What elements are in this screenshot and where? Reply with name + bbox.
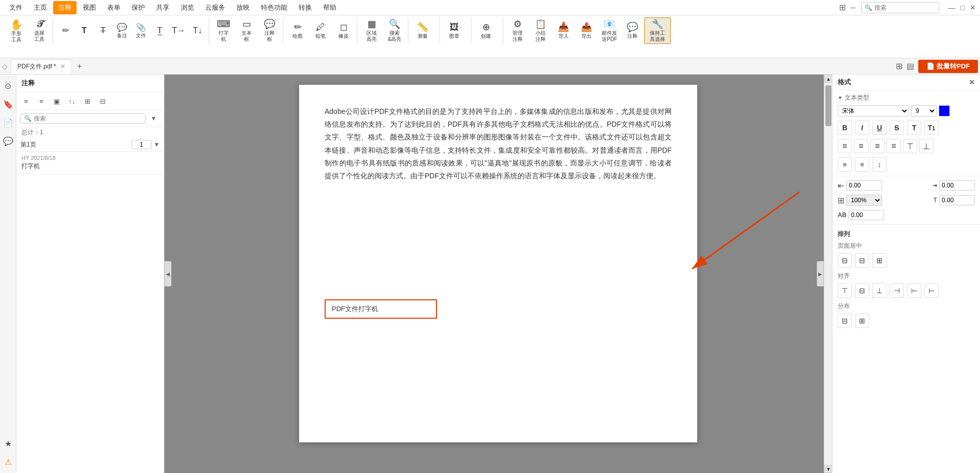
align-top-arrange-btn[interactable]: ⊤ [838, 283, 852, 298]
panel-tool-expand[interactable]: ⊞ [81, 94, 94, 108]
panel-tool-align-left[interactable]: ≡ [19, 94, 33, 108]
hand-tool-btn[interactable]: ✋ 手形工具 [5, 17, 28, 44]
measure-btn[interactable]: 📏 测量 [411, 17, 434, 44]
line-spacing-select[interactable]: 100% [846, 195, 882, 206]
summarize-btn[interactable]: 📋 小结注释 [529, 17, 552, 44]
sidebar-icon-settings[interactable]: ⊙ [1, 79, 15, 93]
panel-tool-box[interactable]: ▣ [50, 94, 63, 108]
menu-home[interactable]: 主页 [29, 1, 52, 14]
panel-tool-grid[interactable]: ⊟ [96, 94, 109, 108]
panel-tool-sort[interactable]: ↑↓ [65, 94, 79, 108]
align-right-arrange-btn[interactable]: ⊢ [924, 283, 939, 298]
menu-present[interactable]: 放映 [231, 1, 255, 14]
font-color-picker[interactable] [939, 105, 950, 116]
create-btn[interactable]: ⊕ 创建 [475, 17, 497, 44]
left-collapse-btn[interactable]: ◀ [164, 261, 172, 287]
view-grid-icon[interactable]: ⊞ [896, 61, 902, 71]
freehand-btn[interactable]: 🖊 铅笔 [309, 17, 332, 44]
textbox-btn[interactable]: ▭ 文本框 [235, 17, 258, 44]
select-tool-btn[interactable]: 𝒯 选择工具 [28, 17, 51, 44]
menu-help[interactable]: 帮助 [318, 1, 341, 14]
strikethrough-tool-btn[interactable]: T [94, 17, 112, 44]
annotation-box[interactable]: PDF文件打字机 [325, 299, 437, 319]
callout-btn[interactable]: 💬 注释框 [258, 17, 281, 44]
text-normal-btn[interactable]: T [907, 121, 921, 135]
font-family-select[interactable]: 宋体 [838, 105, 909, 116]
align-right-btn[interactable]: ≡ [870, 139, 885, 153]
align-middle-arrange-btn[interactable]: ⊟ [855, 283, 869, 298]
align-left-btn[interactable]: ≡ [838, 139, 852, 153]
sidebar-icon-page[interactable]: 📄 [1, 115, 15, 130]
menu-share[interactable]: 共享 [151, 1, 175, 14]
align-justify-btn[interactable]: ≡ [887, 139, 901, 153]
strikethrough-btn[interactable]: S [890, 121, 904, 135]
window-minimize[interactable]: — [948, 4, 955, 12]
stamp-btn[interactable]: 🖼 图章 [443, 17, 465, 44]
text-right-btn[interactable]: T→ [169, 17, 188, 44]
pdf-tab[interactable]: PDF文件.pdf * ✕ [11, 59, 72, 74]
align-center-arrange-btn[interactable]: ⊢ [907, 283, 921, 298]
menu-browse[interactable]: 浏览 [176, 1, 199, 14]
draw-btn[interactable]: ✏ 绘图 [286, 17, 309, 44]
right-collapse-btn[interactable]: ▶ [817, 261, 824, 287]
underline-btn[interactable]: U [872, 121, 887, 135]
typewriter-btn[interactable]: ⌨ 打字机 [212, 17, 235, 44]
pencil-tool-btn[interactable]: ✏ [56, 17, 75, 44]
line-spacing-btn[interactable]: ↕ [872, 157, 887, 172]
tab-close-btn[interactable]: ✕ [60, 63, 65, 70]
top-search-input[interactable] [874, 4, 936, 11]
comment-manage-btn[interactable]: 💬 注释 [621, 17, 644, 44]
tab-add-btn[interactable]: + [73, 60, 86, 73]
scroll-up-btn[interactable]: ▲ [824, 75, 832, 83]
sidebar-icon-comment[interactable]: 💬 [1, 134, 15, 148]
area-highlight-btn[interactable]: ▦ 区域高亮 [360, 17, 383, 44]
align-top-btn[interactable]: ⊤ [903, 139, 917, 153]
text-tool-btn[interactable]: T [75, 17, 93, 44]
scroll-thumb[interactable] [825, 85, 831, 126]
search-highlight-btn[interactable]: 🔍 搜索&高亮 [383, 17, 406, 44]
char-spacing-input[interactable] [939, 195, 975, 205]
page-number-input[interactable] [131, 140, 152, 149]
sidebar-icon-bookmark[interactable]: 🔖 [1, 97, 15, 111]
center-both-btn[interactable]: ⊞ [872, 253, 887, 268]
list-unordered-btn[interactable]: ≡ [838, 157, 852, 172]
distribute-vertical-btn[interactable]: ⊞ [855, 314, 869, 328]
menu-form[interactable]: 表单 [102, 1, 126, 14]
sidebar-icon-warning[interactable]: ⚠ [1, 455, 15, 469]
annotation-item[interactable]: HY 2021/8/18 打字机 [16, 152, 164, 174]
filter-btn[interactable]: ▼ [148, 112, 160, 125]
file-attach-tool-btn[interactable]: 📎 文件 [132, 17, 150, 44]
layout-icon[interactable]: ⊞ [839, 3, 846, 12]
panel-tool-align-center[interactable]: ≡ [35, 94, 48, 108]
format-panel-close-btn[interactable]: ✕ [969, 78, 975, 86]
annotation-search-input[interactable] [34, 115, 142, 122]
menu-view[interactable]: 视图 [78, 1, 101, 14]
menu-convert[interactable]: 转换 [293, 1, 317, 14]
menu-cloud[interactable]: 云服务 [200, 1, 230, 14]
email-pdf-btn[interactable]: 📧 邮件发送PDF [598, 17, 621, 44]
batch-convert-btn[interactable]: 📄 批量转PDF [918, 60, 978, 73]
minimize-icon[interactable]: ─ [851, 4, 856, 12]
indent-right-input[interactable] [939, 180, 975, 191]
scroll-down-btn[interactable]: ▼ [824, 465, 832, 473]
page-expand-btn[interactable]: ▼ [154, 141, 160, 148]
window-maximize[interactable]: □ [961, 4, 965, 12]
align-bottom-btn[interactable]: ⊥ [919, 139, 934, 153]
menu-file[interactable]: 文件 [4, 1, 28, 14]
keep-tool-btn[interactable]: 🔧 保持工具选择 [644, 17, 671, 44]
export-btn[interactable]: 📤 导出 [575, 17, 598, 44]
indent-left-input[interactable] [846, 180, 882, 191]
sidebar-icon-star[interactable]: ★ [1, 436, 15, 451]
import-btn[interactable]: 📥 导入 [552, 17, 575, 44]
eraser-btn[interactable]: ◻ 橡皮 [332, 17, 355, 44]
bold-btn[interactable]: B [838, 121, 852, 135]
list-ordered-btn[interactable]: ≡ [855, 157, 869, 172]
align-left-arrange-btn[interactable]: ⊣ [890, 283, 904, 298]
align-center-btn[interactable]: ≡ [854, 139, 868, 153]
comment-tool-btn[interactable]: 💬 备注 [113, 17, 131, 44]
italic-btn[interactable]: I [855, 121, 869, 135]
font-size-select[interactable]: 9 [911, 105, 937, 116]
menu-protect[interactable]: 保护 [127, 1, 150, 14]
window-close[interactable]: ✕ [970, 4, 976, 12]
view-list-icon[interactable]: ▤ [906, 61, 914, 71]
